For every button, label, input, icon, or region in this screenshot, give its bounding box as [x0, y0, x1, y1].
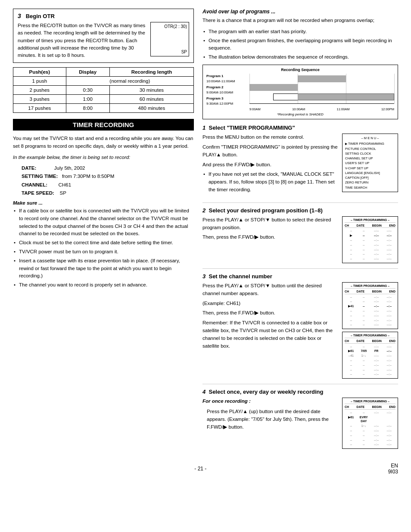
- timer-row: ------:----:--: [345, 429, 395, 433]
- step-4-header: 4 Select once, every day or weekly recor…: [202, 389, 398, 395]
- chart-note: *Recording period is SHADED: [206, 112, 394, 116]
- footer-code: 9I03: [388, 469, 398, 475]
- timer-row-active: ▶61EVRY DAY: [345, 415, 395, 424]
- otr-section: 3 Begin OTR Press the REC/OTR button on …: [13, 9, 194, 63]
- menu-item-picture: PICTURE CONTROL: [345, 146, 395, 151]
- timer-recording-intro: You may set the TV/VCR to start and end …: [13, 135, 194, 150]
- table-cell-display: 8:00: [66, 104, 109, 113]
- step-3-section: 3 Set the channel number Press the PLAY/…: [202, 273, 398, 379]
- step-4-title: Select once, every day or weekly recordi…: [209, 389, 323, 395]
- timer-row: ------:----:--: [345, 248, 395, 252]
- timer-prog-title: – TIMER PROGRAMMING –: [345, 218, 395, 223]
- otr-title: Begin OTR: [26, 13, 55, 19]
- list-item: TV/VCR power must be turn on to program …: [13, 248, 194, 256]
- chart-x-label: 9:00AM: [249, 107, 261, 111]
- timer-row: ------:----:--: [345, 318, 395, 323]
- timer-row: ------:----:--: [345, 309, 395, 313]
- step-2-title: Select your desired program position (1–…: [209, 207, 322, 214]
- timer-row: ------:----:--: [345, 345, 395, 349]
- list-item: The channel you want to record is proper…: [13, 281, 194, 289]
- step-1-content: Press the MENU button on the remote cont…: [202, 134, 398, 197]
- step-3-body-1: Press the PLAY/▲ or STOP/▼ button until …: [202, 282, 339, 298]
- otr-display-top: OTR(2 : 30): [153, 24, 187, 29]
- step-4-content: For once recording : Press the PLAY/▲ (u…: [202, 398, 398, 449]
- language-code: EN 9I03: [388, 463, 398, 475]
- example-setting: SETTING TIME: from 7:30PM to 8:50PM: [22, 172, 194, 181]
- chart-label-p1: Program 110:00AM-11:00AM: [206, 74, 249, 84]
- step-3-body-4: Remember: If the TV/VCR is connected to …: [202, 319, 339, 350]
- right-column: Avoid over lap of programs ... There is …: [202, 9, 398, 454]
- table-cell-length: 60 minutes: [109, 95, 193, 104]
- timer-prog-box-4: – TIMER PROGRAMMING – CHDATEBEGINEND ---…: [342, 398, 398, 449]
- chart-label-p2: Program 29:00AM-10:00AM: [206, 85, 249, 95]
- recording-table: Push(es) Display Recording length 1 push…: [13, 67, 194, 113]
- chart-bar-p2: [249, 84, 298, 91]
- step-4-text: For once recording : Press the PLAY/▲ (u…: [202, 398, 339, 433]
- otr-display-box: OTR(2 : 30) SP: [150, 22, 189, 56]
- step-4-body: Press the PLAY/▲ (up) button until the d…: [202, 408, 339, 431]
- step-2-section: 2 Select your desired program position (…: [202, 207, 398, 263]
- step-3-number: 3: [202, 273, 206, 280]
- divider: [202, 202, 398, 203]
- footer-lang: EN: [391, 463, 398, 469]
- left-column: 3 Begin OTR Press the REC/OTR button on …: [13, 9, 194, 454]
- timer-row: ------:----:--: [345, 238, 395, 243]
- timer-row: ------:----:--: [345, 358, 395, 363]
- step-2-content: Press the PLAY/▲ or STOP/▼ button to sel…: [202, 216, 398, 263]
- recording-sequence-chart: Recording Sequence Program 110:00AM-11:0…: [202, 65, 398, 119]
- step-1-number: 1: [202, 124, 206, 131]
- list-item: The illustration below demonstrates the …: [202, 53, 398, 61]
- timer-prog-title: – TIMER PROGRAMMING –: [345, 333, 395, 338]
- step-1-header: 1 Select "TIMER PROGRAMMING": [202, 124, 398, 131]
- step-2-text: Press the PLAY/▲ or STOP/▼ button to sel…: [202, 216, 339, 241]
- table-row: 2 pushes 0:30 30 minutes: [13, 86, 194, 95]
- timer-row: ------:----:--: [345, 229, 395, 233]
- step-2-body-1: Press the PLAY/▲ or STOP/▼ button to sel…: [202, 216, 339, 232]
- page-number: - 21 -: [194, 466, 206, 472]
- otr-display-bottom: SP: [153, 50, 187, 54]
- chart-x-label: 10:00AM: [292, 107, 305, 111]
- timer-row: ------:----:--: [345, 295, 395, 299]
- table-header-display: Display: [66, 68, 109, 77]
- menu-box: – M E N U – TIMER PROGRAMMING PICTURE CO…: [342, 134, 398, 192]
- chart-bar-p3-shaded: [298, 93, 394, 100]
- menu-item-language: LANGUAGE [ENGLISH]: [345, 171, 395, 175]
- table-header-pushes: Push(es): [13, 68, 66, 77]
- step-1-section: 1 Select "TIMER PROGRAMMING" Press the M…: [202, 124, 398, 197]
- step-2-number: 2: [202, 207, 206, 214]
- chart-x-labels: 9:00AM 10:00AM 11:00AM 12:00PM: [206, 107, 394, 111]
- table-cell-pushes: 2 pushes: [13, 86, 66, 95]
- avoid-body: There is a chance that a program will no…: [202, 17, 398, 25]
- otr-header: 3 Begin OTR: [18, 12, 189, 19]
- table-cell-pushes: 1 push: [13, 77, 66, 86]
- timer-row-active: ▶617/05FR--:--: [345, 349, 395, 353]
- table-row: 1 push (normal recording): [13, 77, 194, 86]
- col-ch: CH: [345, 224, 349, 228]
- chart-x-label: 11:00AM: [337, 107, 350, 111]
- step-1-text: Press the MENU button on the remote cont…: [202, 134, 339, 197]
- avoid-header: Avoid over lap of programs ...: [202, 9, 398, 15]
- timer-row: --1↑↓--:----:--: [345, 424, 395, 428]
- example-channel: CHANNEL: CH61: [22, 181, 194, 190]
- list-item: The program with an earlier start has pr…: [202, 28, 398, 36]
- timer-row: ------:----:--: [345, 252, 395, 256]
- otr-content: Press the REC/OTR button on the TV/VCR a…: [18, 22, 189, 59]
- table-header-recording-length: Recording length: [109, 68, 193, 77]
- example-date: DATE: July 5th, 2002: [22, 164, 194, 173]
- step-3-text: Press the PLAY/▲ or STOP/▼ button until …: [202, 282, 339, 350]
- chart-title: Recording Sequence: [206, 68, 394, 72]
- example-label: In the example below, the timer is being…: [13, 154, 194, 162]
- make-sure-header: Make sure ...: [13, 200, 194, 205]
- timer-row: ------:----:--: [345, 442, 395, 447]
- timer-prog-box-3b: – TIMER PROGRAMMING – CHDATEBEGINEND ---…: [342, 332, 398, 379]
- step-3-boxes: – TIMER PROGRAMMING – CHDATEBEGINEND ---…: [342, 282, 398, 379]
- timer-row: ------:----:--: [345, 363, 395, 367]
- list-item: Clock must be set to the correct time an…: [13, 239, 194, 247]
- timer-prog-title: – TIMER PROGRAMMING –: [345, 284, 395, 289]
- step-2-body-2: Then, press the F.FWD/▶ button.: [202, 233, 339, 241]
- timer-row-active: ▶41----:----:--: [345, 304, 395, 308]
- chart-bar-p1: [298, 75, 346, 82]
- divider: [202, 384, 398, 384]
- avoid-list: The program with an earlier start has pr…: [202, 28, 398, 61]
- make-sure-list: If a cable box or satellite box is conne…: [13, 207, 194, 289]
